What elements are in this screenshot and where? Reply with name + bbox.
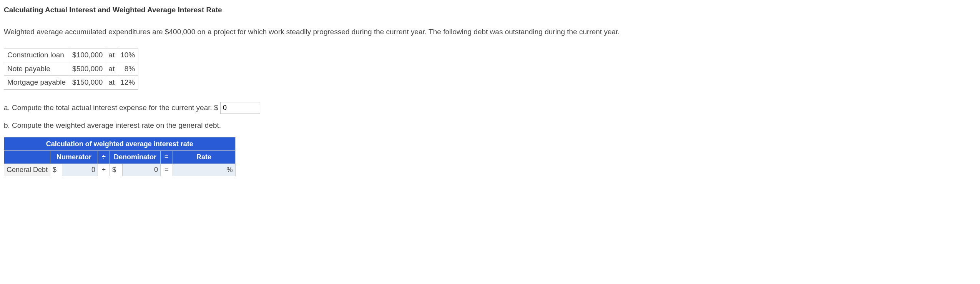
calc-col-denominator: Denominator <box>110 151 161 164</box>
calc-col-numerator: Numerator <box>50 151 98 164</box>
divide-symbol: ÷ <box>98 164 110 176</box>
denominator-input[interactable]: 0 <box>123 164 161 176</box>
calc-col-blank <box>4 151 50 164</box>
debt-amount: $500,000 <box>69 62 106 76</box>
debt-table: Construction loan $100,000 at 10% Note p… <box>4 48 138 90</box>
currency-symbol: $ <box>110 164 123 176</box>
intro-text: Weighted average accumulated expenditure… <box>4 27 976 38</box>
table-row: Construction loan $100,000 at 10% <box>4 48 138 62</box>
calc-caption: Calculation of weighted average interest… <box>4 137 236 151</box>
debt-rate: 12% <box>117 76 138 90</box>
numerator-input[interactable]: 0 <box>62 164 98 176</box>
calc-col-div: ÷ <box>98 151 110 164</box>
question-a-text: a. Compute the total actual interest exp… <box>4 104 218 112</box>
debt-name: Construction loan <box>4 48 69 62</box>
calc-table: Calculation of weighted average interest… <box>4 137 236 176</box>
question-a: a. Compute the total actual interest exp… <box>4 102 976 114</box>
debt-name: Mortgage payable <box>4 76 69 90</box>
calc-row-label: General Debt <box>4 164 50 176</box>
equals-symbol: = <box>161 164 173 176</box>
rate-input[interactable]: % <box>173 164 235 176</box>
actual-interest-input[interactable] <box>220 102 260 114</box>
debt-at: at <box>106 62 117 76</box>
debt-name: Note payable <box>4 62 69 76</box>
debt-rate: 8% <box>117 62 138 76</box>
debt-at: at <box>106 48 117 62</box>
table-row: Note payable $500,000 at 8% <box>4 62 138 76</box>
question-b-text: b. Compute the weighted average interest… <box>4 121 221 129</box>
currency-symbol: $ <box>50 164 62 176</box>
table-row: Mortgage payable $150,000 at 12% <box>4 76 138 90</box>
debt-amount: $150,000 <box>69 76 106 90</box>
calc-col-rate: Rate <box>173 151 235 164</box>
percent-symbol: % <box>227 165 233 175</box>
question-b: b. Compute the weighted average interest… <box>4 120 976 131</box>
debt-at: at <box>106 76 117 90</box>
calc-row-general-debt: General Debt $ 0 ÷ $ 0 = % <box>4 164 236 176</box>
debt-rate: 10% <box>117 48 138 62</box>
page-title: Calculating Actual Interest and Weighted… <box>4 5 976 16</box>
debt-amount: $100,000 <box>69 48 106 62</box>
calc-col-eq: = <box>161 151 173 164</box>
